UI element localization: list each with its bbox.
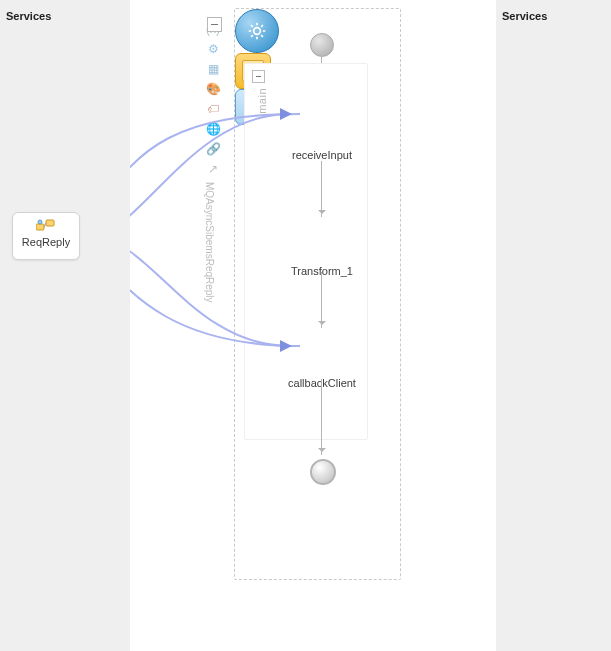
start-node[interactable] [310, 33, 334, 57]
svg-point-2 [38, 220, 42, 224]
svg-rect-1 [46, 220, 54, 226]
gear-icon [247, 21, 267, 41]
subframe-label: main [256, 88, 268, 114]
gear-icon[interactable]: ⚙ [204, 40, 222, 58]
share-icon[interactable]: ↗ [204, 160, 222, 178]
palette-icon[interactable]: 🎨 [204, 80, 222, 98]
center-canvas: (x)⚙▦🎨🏷🌐🔗↗ MQAsyncSibemsReqReply main [130, 0, 496, 651]
collapse-toggle[interactable] [207, 17, 222, 32]
link-icon[interactable]: 🔗 [204, 140, 222, 158]
right-panel: Services [496, 0, 611, 651]
partner-label: ReqReply [13, 236, 79, 248]
collapse-toggle[interactable] [252, 70, 265, 83]
receive-label: receiveInput [260, 149, 384, 161]
left-panel-title: Services [6, 10, 124, 22]
transform-label: Transform_1 [260, 265, 384, 277]
diagram-canvas: Services ReqReply Services (x)⚙▦🎨🏷🌐🔗↗ MQ… [0, 0, 611, 651]
partner-link-reqreply[interactable]: ReqReply [12, 212, 80, 260]
table-icon[interactable]: ▦ [204, 60, 222, 78]
callback-label: callbackClient [260, 377, 384, 389]
flow-arrow [321, 379, 322, 455]
end-node[interactable] [310, 459, 336, 485]
globe-icon[interactable]: 🌐 [204, 120, 222, 138]
palette-strip: (x)⚙▦🎨🏷🌐🔗↗ MQAsyncSibemsReqReply [204, 20, 222, 303]
palette-label: MQAsyncSibemsReqReply [204, 182, 215, 303]
flow-frame: main receiveInput Transform_1 [234, 8, 401, 580]
svg-rect-0 [36, 224, 44, 230]
left-panel: Services ReqReply [0, 0, 130, 651]
flow-arrow [321, 161, 322, 217]
receive-node[interactable] [235, 9, 279, 53]
tag-icon[interactable]: 🏷 [204, 100, 222, 118]
flow-arrow [321, 272, 322, 328]
partner-icon [13, 218, 79, 234]
svg-point-3 [254, 28, 261, 35]
right-panel-title: Services [502, 10, 605, 22]
